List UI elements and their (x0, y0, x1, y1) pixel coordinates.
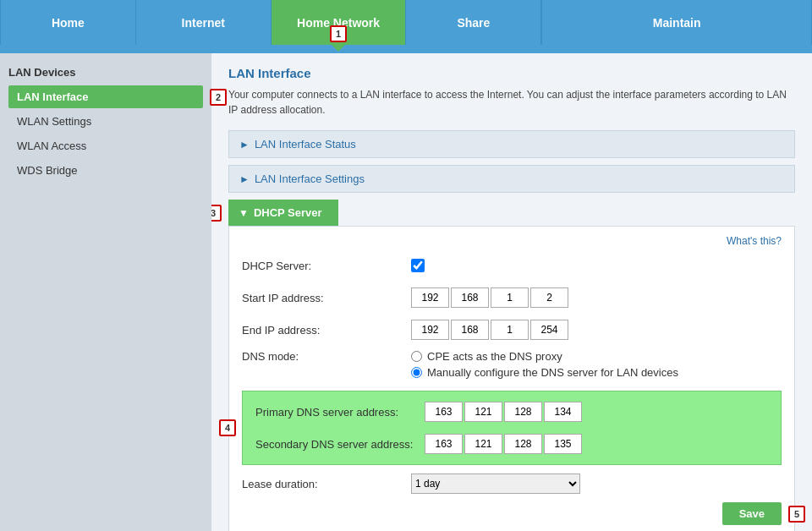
lease-duration-value: 1 day (411, 474, 580, 494)
page-description: Your computer connects to a LAN interfac… (228, 87, 795, 118)
primary-dns-field-4[interactable] (544, 402, 582, 422)
start-ip-label: Start IP address: (242, 292, 411, 304)
secondary-dns-value (425, 434, 584, 454)
lease-duration-label: Lease duration: (242, 478, 411, 490)
sidebar-item-wds-bridge[interactable]: WDS Bridge (8, 159, 203, 182)
dhcp-server-label: DHCP Server: (242, 260, 411, 272)
start-ip-field-3[interactable] (491, 287, 529, 308)
dns-option-proxy: CPE acts as the DNS proxy (411, 350, 562, 363)
badge-5: 5 (788, 506, 805, 523)
tab-share[interactable]: Share (406, 0, 541, 45)
start-ip-value (411, 287, 570, 308)
end-ip-row: End IP address: (242, 318, 782, 342)
end-ip-label: End IP address: (242, 324, 411, 337)
primary-dns-label: Primary DNS server address: (255, 406, 425, 419)
start-ip-row: Start IP address: (242, 286, 782, 309)
sidebar-group-title: LAN Devices (8, 66, 203, 79)
dns-mode-options: CPE acts as the DNS proxy Manually confi… (411, 350, 678, 382)
secondary-dns-field-2[interactable] (464, 434, 502, 454)
main-content: LAN Interface Your computer connects to … (211, 53, 812, 531)
end-ip-field-3[interactable] (491, 320, 529, 340)
dns-mode-row: DNS mode: CPE acts as the DNS proxy Manu… (242, 350, 782, 382)
save-button[interactable]: Save (722, 502, 782, 525)
dns-radio-manual[interactable] (411, 367, 422, 378)
dhcp-server-row: DHCP Server: (242, 254, 782, 277)
tab-home-network[interactable]: Home Network 1 (272, 0, 407, 45)
sidebar: LAN Devices LAN Interface 2 WLAN Setting… (0, 53, 211, 531)
sub-header-bar (0, 45, 812, 53)
tab-internet[interactable]: Internet (136, 0, 272, 45)
primary-dns-field-1[interactable] (425, 402, 463, 422)
secondary-dns-field-1[interactable] (425, 434, 463, 454)
badge-4: 4 (219, 419, 236, 436)
sidebar-item-wlan-settings[interactable]: WLAN Settings (8, 110, 203, 133)
lease-select[interactable]: 1 day (411, 474, 580, 494)
green-dns-section: 4 Primary DNS server address: Secon (242, 391, 782, 465)
sidebar-item-lan-interface[interactable]: LAN Interface 2 (8, 85, 203, 108)
top-navigation: Home Internet Home Network 1 Share Maint… (0, 0, 812, 45)
primary-dns-value (425, 402, 584, 422)
dhcp-section: ▼ DHCP Server 3 What's this? DHCP Server… (228, 200, 795, 531)
start-ip-field-2[interactable] (451, 287, 489, 308)
save-area: Save 5 (242, 502, 782, 525)
badge-3: 3 (211, 205, 222, 222)
dhcp-server-value (411, 259, 425, 272)
dhcp-header[interactable]: ▼ DHCP Server 3 (228, 200, 338, 226)
tab-maintain[interactable]: Maintain (541, 0, 812, 45)
dns-radio-proxy[interactable] (411, 351, 422, 362)
dns-option-manual: Manually configure the DNS server for LA… (411, 366, 678, 379)
secondary-dns-field-3[interactable] (504, 434, 542, 454)
whats-this-link[interactable]: What's this? (242, 235, 782, 247)
section-lan-settings[interactable]: ► LAN Interface Settings (228, 165, 795, 193)
primary-dns-field-3[interactable] (504, 402, 542, 422)
secondary-dns-label: Secondary DNS server address: (255, 438, 425, 451)
end-ip-value (411, 320, 570, 340)
tab-home[interactable]: Home (0, 0, 136, 45)
arrow-icon-settings: ► (239, 173, 250, 185)
arrow-icon-dhcp: ▼ (239, 207, 249, 219)
sidebar-item-wlan-access[interactable]: WLAN Access (8, 134, 203, 157)
start-ip-field-4[interactable] (530, 287, 568, 308)
badge-1: 1 (330, 25, 347, 42)
secondary-dns-row: Secondary DNS server address: (255, 432, 768, 456)
main-layout: LAN Devices LAN Interface 2 WLAN Setting… (0, 53, 812, 531)
primary-dns-row: Primary DNS server address: (255, 400, 768, 424)
dns-mode-label: DNS mode: (242, 350, 411, 363)
badge-2: 2 (210, 89, 227, 106)
end-ip-field-4[interactable] (530, 320, 568, 340)
end-ip-field-2[interactable] (451, 320, 489, 340)
page-title: LAN Interface (228, 66, 795, 80)
lease-duration-row: Lease duration: 1 day (242, 474, 782, 494)
secondary-dns-field-4[interactable] (544, 434, 582, 454)
dhcp-server-checkbox[interactable] (411, 259, 425, 272)
start-ip-field-1[interactable] (411, 287, 449, 308)
primary-dns-field-2[interactable] (464, 402, 502, 422)
section-lan-status[interactable]: ► LAN Interface Status (228, 130, 795, 158)
dhcp-content: What's this? DHCP Server: Start IP addre… (228, 226, 795, 531)
end-ip-field-1[interactable] (411, 320, 449, 340)
arrow-icon-status: ► (239, 139, 250, 151)
